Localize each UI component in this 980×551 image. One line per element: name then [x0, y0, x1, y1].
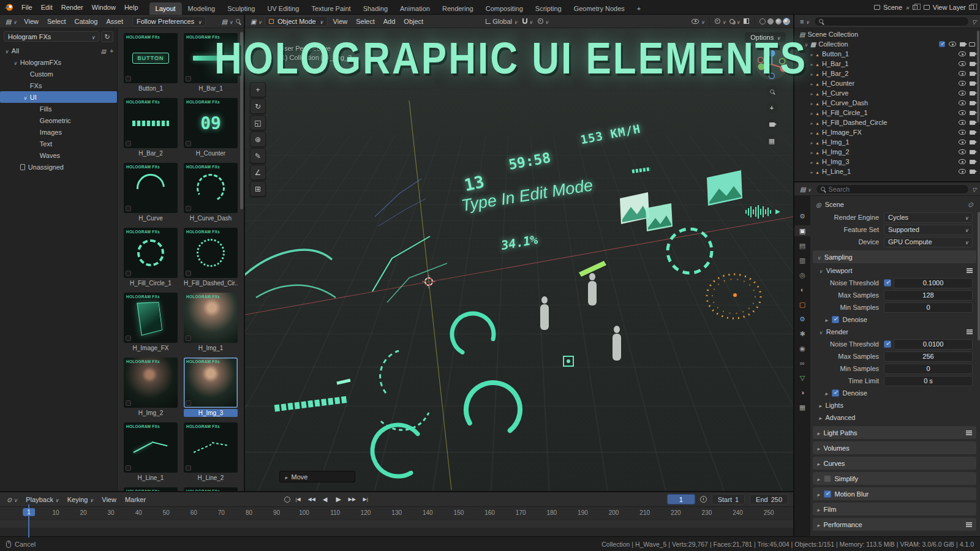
- library-dropdown[interactable]: Hologram FXs: [4, 31, 99, 42]
- jump-to-end-button[interactable]: [360, 494, 371, 505]
- gizmos-button[interactable]: [713, 18, 728, 25]
- hide-viewport-icon[interactable]: [959, 51, 966, 56]
- menu-item[interactable]: Select: [43, 18, 70, 25]
- asset-thumbnail[interactable]: HOLOGRAM FXs 09: [184, 98, 238, 148]
- clock-icon[interactable]: [700, 496, 707, 503]
- xray-toggle[interactable]: [742, 18, 751, 24]
- disable-render-icon[interactable]: [970, 111, 975, 115]
- disable-render-icon[interactable]: [970, 130, 975, 135]
- hide-viewport-icon[interactable]: [959, 71, 966, 76]
- catalog-item[interactable]: Waves: [0, 149, 117, 161]
- render-engine-dropdown[interactable]: Cycles: [884, 212, 973, 223]
- asset-item[interactable]: HOLOGRAM FXs H_Img_3: [184, 358, 238, 417]
- menu-item[interactable]: Asset: [102, 18, 127, 25]
- collection-row[interactable]: Collection: [794, 39, 980, 49]
- catalog-item[interactable]: All: [0, 45, 117, 56]
- scrollbar[interactable]: [978, 212, 980, 340]
- hide-viewport-icon[interactable]: [959, 149, 966, 154]
- catalog-item[interactable]: Images: [0, 126, 117, 138]
- disable-render-icon[interactable]: [970, 91, 975, 96]
- editor-type-button[interactable]: [4, 18, 18, 25]
- transform-tool-button[interactable]: ⊕: [250, 132, 266, 147]
- hide-viewport-icon[interactable]: [959, 120, 966, 125]
- expand-arrow-icon[interactable]: [810, 138, 813, 146]
- catalog-item[interactable]: UI: [0, 91, 117, 103]
- menu-item[interactable]: Add: [379, 18, 400, 25]
- min-samples-field[interactable]: 0: [884, 364, 973, 374]
- disable-render-icon[interactable]: [970, 81, 975, 86]
- feature-set-dropdown[interactable]: Supported: [884, 225, 973, 235]
- menu-item[interactable]: Object: [399, 18, 428, 25]
- asset-thumbnail[interactable]: HOLOGRAM FXs: [184, 293, 238, 343]
- tab-texture[interactable]: ▦: [794, 402, 810, 413]
- hide-viewport-icon[interactable]: [959, 130, 966, 135]
- menu-item[interactable]: Playback: [21, 496, 63, 503]
- tab-object[interactable]: ▢: [794, 299, 810, 310]
- asset-thumbnail[interactable]: HOLOGRAM FXs: [184, 358, 238, 408]
- menu-item[interactable]: Help: [120, 4, 143, 11]
- search-input[interactable]: Search: [816, 184, 969, 194]
- menu-item[interactable]: Keying: [63, 496, 98, 503]
- workspace-tab[interactable]: UV Editing: [261, 2, 305, 15]
- expand-arrow-icon[interactable]: [810, 99, 813, 107]
- outliner-object-row[interactable]: H_Img_1: [794, 137, 980, 147]
- workspace-tab[interactable]: Shading: [357, 2, 394, 15]
- scene-selector[interactable]: Scene: [874, 4, 918, 11]
- menu-item[interactable]: Select: [352, 18, 379, 25]
- properties-section[interactable]: Light Paths: [813, 426, 976, 439]
- snapping-button[interactable]: [521, 18, 535, 25]
- move-tool-button[interactable]: +: [250, 82, 266, 97]
- viewport-denoise-row[interactable]: Denoise: [812, 313, 978, 326]
- add-catalog-icon[interactable]: [110, 47, 113, 54]
- editor-type-button[interactable]: [249, 18, 263, 25]
- max-samples-field[interactable]: 128: [884, 290, 973, 301]
- tab-view-layer[interactable]: ▥: [794, 255, 810, 266]
- editor-type-button[interactable]: [798, 186, 813, 193]
- jump-to-start-button[interactable]: [292, 494, 304, 505]
- search-input[interactable]: [814, 17, 969, 26]
- hide-viewport-icon[interactable]: [959, 91, 966, 96]
- rendered-shading-button[interactable]: [783, 18, 790, 24]
- tab-object-data[interactable]: ▽: [794, 372, 810, 383]
- advanced-subpanel[interactable]: Advanced: [819, 411, 978, 424]
- menu-item[interactable]: View: [20, 18, 43, 25]
- asset-thumbnail[interactable]: HOLOGRAM FXs: [124, 163, 178, 213]
- catalog-item[interactable]: Unassigned: [0, 161, 117, 173]
- asset-item[interactable]: HOLOGRAM FXs H_Line_1: [124, 422, 178, 482]
- hide-viewport-icon[interactable]: [959, 61, 966, 66]
- menu-item[interactable]: View: [97, 496, 121, 503]
- noise-threshold-field[interactable]: 0.1000: [894, 278, 973, 288]
- workspace-tab[interactable]: Compositing: [480, 2, 529, 15]
- expand-arrow-icon[interactable]: [810, 168, 813, 175]
- outliner-object-row[interactable]: H_Bar_2: [794, 69, 980, 78]
- timeline-ruler[interactable]: 1020304050607080901001101201301401501601…: [0, 507, 793, 519]
- expand-arrow-icon[interactable]: [810, 109, 813, 116]
- device-dropdown[interactable]: GPU Compute: [884, 237, 973, 247]
- asset-item[interactable]: HOLOGRAM FXs H_Curve: [124, 163, 178, 222]
- workspace-tab[interactable]: Sculpting: [221, 2, 261, 15]
- menu-item[interactable]: Edit: [37, 4, 57, 11]
- add-cube-tool-button[interactable]: ⊞: [250, 181, 266, 197]
- tab-particles[interactable]: ✱: [794, 328, 810, 339]
- bookmark-icon[interactable]: [101, 47, 107, 54]
- outliner-object-row[interactable]: H_Image_FX: [794, 127, 980, 137]
- workspace-tab[interactable]: Rendering: [436, 2, 480, 15]
- scrollbar[interactable]: [240, 32, 243, 209]
- scale-tool-button[interactable]: ◱: [250, 115, 266, 130]
- display-settings-button[interactable]: [220, 18, 235, 25]
- tab-tool[interactable]: ⚙: [794, 211, 810, 222]
- properties-section[interactable]: Motion Blur: [813, 487, 976, 500]
- perspective-toggle-button[interactable]: [766, 135, 778, 147]
- previous-keyframe-button[interactable]: [306, 494, 317, 505]
- catalog-tools[interactable]: [101, 47, 113, 54]
- tab-modifiers[interactable]: ⚙: [794, 313, 810, 324]
- expand-arrow-icon[interactable]: [810, 50, 813, 58]
- search-icon[interactable]: [236, 19, 240, 23]
- hide-viewport-icon[interactable]: [959, 159, 966, 164]
- expand-arrow-icon[interactable]: [810, 148, 813, 156]
- asset-thumbnail[interactable]: HOLOGRAM FXs BUTTON: [124, 33, 178, 83]
- properties-section[interactable]: Curves: [813, 457, 976, 470]
- editor-type-button[interactable]: [5, 496, 19, 503]
- hide-viewport-icon[interactable]: [959, 169, 966, 174]
- import-method-dropdown[interactable]: Follow Preferences: [132, 16, 206, 26]
